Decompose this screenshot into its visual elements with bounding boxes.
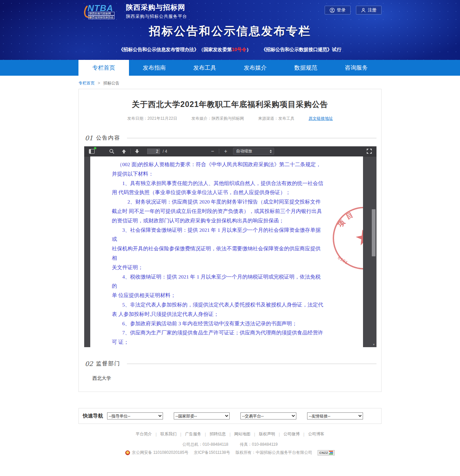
section-supervise-department: 02 监督部门 xyxy=(85,360,376,367)
select-friend-links[interactable]: --友情链接-- xyxy=(307,412,363,419)
pdf-toolbar: / 4 − + 自动缩放 xyxy=(84,146,376,156)
login-label: 登录 xyxy=(337,7,346,13)
section-number: 01 xyxy=(85,134,93,142)
pdf-text-line: 的资信证明，或财政部门认可的政府采购专业担保机构出具的响应担保函； xyxy=(112,216,325,225)
tab-publish-tool[interactable]: 发布工具 xyxy=(179,60,230,76)
pdf-page-number-input[interactable] xyxy=(146,148,161,155)
tab-publish-guide[interactable]: 发布指南 xyxy=(129,60,179,76)
site-subtitle: 陕西采购与招标公共服务平台 xyxy=(126,13,187,20)
footer-link-blog[interactable]: 公司博客 xyxy=(308,431,324,437)
pdf-page-count: / 4 xyxy=(163,149,167,154)
footer-link-ad-service[interactable]: 广告服务 xyxy=(185,431,201,437)
footer-link-platform-intro[interactable]: 平台简介 xyxy=(136,431,152,437)
select-spinner-icon xyxy=(270,150,272,153)
site-names: 陕西采购与招标网 陕西采购与招标公共服务平台 xyxy=(126,3,187,20)
footer-link-copyright-statement[interactable]: 版权声明 xyxy=(259,431,275,437)
police-beian-number[interactable]: 京公网安备 11010802020185号 xyxy=(132,450,189,455)
footer-link-sitemap[interactable]: 网站地图 xyxy=(234,431,251,437)
footer-links: 平台简介 | 联系我们 | 广告服务 | 招聘信息 | 网站地图 | 版权声明 … xyxy=(0,431,460,437)
sidebar-toggle-icon xyxy=(89,149,95,154)
fullscreen-icon xyxy=(367,149,372,154)
pdf-text-line: 7、供应商为生产厂家的须提供食品生产许可证证；供应商为代理商的须提供食品经营许 xyxy=(112,328,325,337)
cnzz-stats-badge[interactable]: CNZZ xyxy=(318,450,335,455)
publish-media: 发布媒介：陕西采购与招标网 xyxy=(191,116,244,121)
breadcrumb-home-link[interactable]: 专栏首页 xyxy=(78,81,95,85)
footer-link-weibo[interactable]: 公司微博 xyxy=(284,431,300,437)
auth-buttons: 登录 注册 xyxy=(325,6,382,14)
footer-link-separator: | xyxy=(205,432,206,437)
pdf-page: （002 面)的投标人资格能力要求：符合《中华人民共和国政府采购法》第二十二条规… xyxy=(90,156,363,347)
publish-date: 发布日期：2021年11月22日 xyxy=(127,116,177,121)
tab-column-home[interactable]: 专栏首页 xyxy=(78,60,129,76)
toolbar-separator xyxy=(130,149,131,154)
pdf-text-line: 4、税收缴纳证明：提供 2021 年 1 月以来至少一个月的纳税证明或完税证明，… xyxy=(112,272,325,291)
pdf-previous-page-button[interactable] xyxy=(120,147,128,155)
tab-consulting[interactable]: 咨询服务 xyxy=(331,60,382,76)
section-divider xyxy=(127,364,376,364)
select-national-ministry[interactable]: --国家部委-- xyxy=(174,412,230,419)
logo-caption-line1: 陕西采购与招标网 xyxy=(88,12,114,15)
quick-navigation: 快速导航 --指导单位-- --国家部委-- --交易平台-- --友情链接-- xyxy=(78,408,382,424)
banner-subtitle: 《招标公告和公示信息发布管理办法》（国家发改委第10号令） 《招标公告和公示数据… xyxy=(0,47,460,53)
pdf-text-line: 并提供以下材料： xyxy=(112,169,325,179)
pdf-scrollbar-thumb[interactable] xyxy=(372,209,375,256)
origin-link[interactable]: 原文链接地址 xyxy=(308,116,333,121)
copyright-owner: 版权所有：中国招标公共服务平台有限公司 xyxy=(235,450,312,455)
pdf-next-page-button[interactable] xyxy=(133,147,141,155)
login-button[interactable]: 登录 xyxy=(325,6,351,14)
regulation-1-red: 10号令 xyxy=(232,47,247,52)
pdf-zoom-value: 自动缩放 xyxy=(236,148,270,154)
section-title: 公告内容 xyxy=(96,135,120,142)
pdf-text-line: 关文件证明； xyxy=(112,263,325,272)
pdf-zoom-out-button[interactable]: − xyxy=(208,147,217,155)
section-divider xyxy=(127,138,376,138)
section-title: 监督部门 xyxy=(96,360,120,367)
pdf-search-button[interactable] xyxy=(108,147,116,155)
select-guide-unit[interactable]: --指导单位-- xyxy=(107,412,163,419)
cnzz-label: CNZZ xyxy=(319,451,328,454)
pdf-zoom-select[interactable]: 自动缩放 xyxy=(233,148,274,155)
pdf-text-line: 1、具有独立承担民事责任能力的法人、其他组织或自然人，提供合法有效的统一社会信 xyxy=(112,179,325,188)
pdf-text-line: 5、非法定代表人参加投标的，须提供法定代表人委托授权书及被授权人身份证，法定代 xyxy=(112,300,325,309)
pdf-text-line: 可 证； xyxy=(112,337,325,347)
pdf-text-line: 2、财务状况证明：供应商提供 2020 年度的财务审计报告（成立时间至提交投标文… xyxy=(112,197,325,207)
pdf-sidebar-toggle-button[interactable] xyxy=(88,147,96,155)
regulation-1-suffix: ） xyxy=(247,47,251,52)
pdf-scrollbar[interactable]: ▼ xyxy=(371,156,376,347)
select-trading-platform[interactable]: --交易平台-- xyxy=(240,412,296,419)
register-icon xyxy=(361,8,366,13)
scrollbar-down-arrow[interactable]: ▼ xyxy=(372,343,375,346)
tab-publish-media[interactable]: 发布媒介 xyxy=(230,60,281,76)
tab-data-standard[interactable]: 数据规范 xyxy=(281,60,331,76)
register-button[interactable]: 注册 xyxy=(356,6,382,14)
navbar-inner: 专栏首页 发布指南 发布工具 发布媒介 数据规范 咨询服务 xyxy=(78,60,382,76)
company-fax: 传真：010-88484119 xyxy=(240,442,278,447)
site-title: 陕西采购与招标网 xyxy=(126,3,187,12)
footer-link-separator: | xyxy=(254,432,255,437)
breadcrumb: 专栏首页 > 招标公告 xyxy=(78,80,460,86)
logo-area[interactable]: NTBA 陕西采购与招标网 陕西省招标投标协会 陕西采购与招标网 陕西采购与招标… xyxy=(84,3,187,20)
pdf-text-line: 用 代码营业执照（事业单位提供事业单位法人证书，自然人应提供身份证）； xyxy=(112,188,325,197)
police-beian: 京公网安备 11010802020185号 xyxy=(125,450,189,455)
footer-link-jobs[interactable]: 招聘信息 xyxy=(209,431,226,437)
footer-link-contact-us[interactable]: 联系我们 xyxy=(160,431,176,437)
footer-copyright: 京公网安备 11010802020185号 京ICP备15011138号 版权所… xyxy=(0,450,460,455)
login-icon xyxy=(330,8,335,13)
footer-link-separator: | xyxy=(180,432,181,437)
pdf-fullscreen-button[interactable] xyxy=(365,147,373,155)
pdf-zoom-in-button[interactable]: + xyxy=(222,147,230,155)
register-label: 注册 xyxy=(368,7,376,13)
pdf-text-line: 截止时 间不足一年的可提供成立后任意时段的资产负债表），或其投标前三个月内银行出… xyxy=(112,207,325,216)
sidebar-notification-dot xyxy=(94,147,96,149)
section-number: 02 xyxy=(85,360,93,367)
toolbar-separator xyxy=(219,149,219,154)
footer-link-separator: | xyxy=(279,432,280,437)
footer-contact: 公司总机：010-88484118 传真：010-88484119 xyxy=(0,442,460,447)
pdf-text-line: 6、参加政府采购活动前 3 年内在经营活动中没有重大违法记录的书面声明； xyxy=(112,319,325,328)
pdf-text-line: 8、本项目不接受联合体响应。 xyxy=(112,347,325,347)
pdf-text-line: 单 位应提供相关证明材料； xyxy=(112,291,325,300)
icp-beian-number[interactable]: 京ICP备15011138号 xyxy=(194,450,230,455)
quick-nav-label: 快速导航 xyxy=(83,413,103,419)
pdf-text-line: 表 人参加投标时,只须提供法定代表人身份证； xyxy=(112,309,325,319)
announcement-container: 关于西北大学2021年教职工年底福利采购项目采购公告 发布日期：2021年11月… xyxy=(78,89,382,392)
